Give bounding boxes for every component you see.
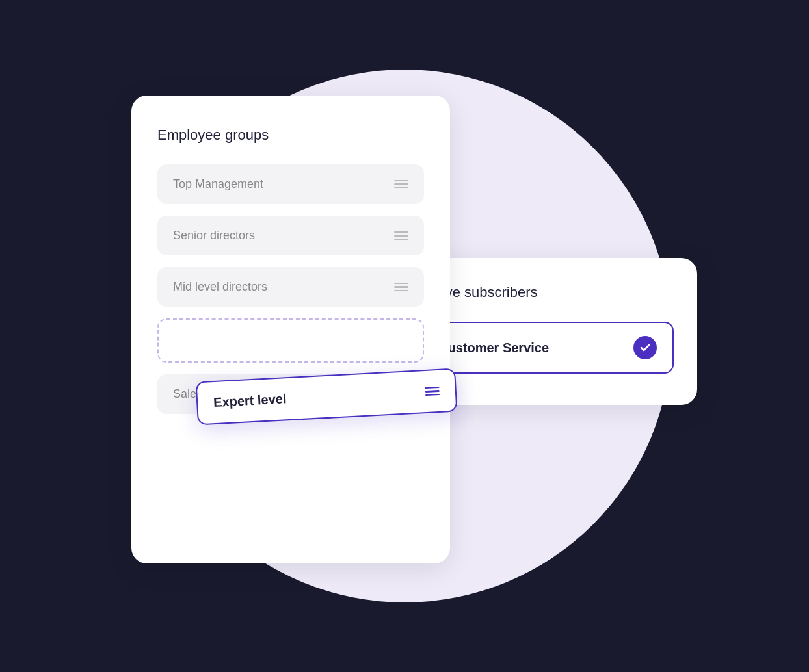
subscribers-title: Active subscribers: [421, 284, 674, 301]
group-item-label: Top Management: [173, 177, 263, 191]
subscriber-label: Customer Service: [438, 341, 549, 355]
list-item[interactable]: Mid level directors: [157, 267, 424, 307]
list-item[interactable]: Top Management: [157, 164, 424, 204]
group-item-label: Mid level directors: [173, 280, 267, 294]
list-item[interactable]: Senior directors: [157, 216, 424, 255]
subscriber-item[interactable]: Customer Service: [421, 322, 674, 374]
check-icon: [633, 336, 657, 359]
group-item-label: Senior directors: [173, 229, 255, 242]
drop-placeholder: [157, 318, 424, 363]
scene: Employee groups Top Management Senior di…: [112, 44, 697, 628]
drag-icon: [425, 387, 440, 396]
drag-icon: [394, 180, 408, 189]
drag-icon: [394, 231, 408, 240]
drag-icon: [394, 283, 408, 292]
employee-groups-card: Employee groups Top Management Senior di…: [131, 96, 450, 563]
dragging-item-label: Expert level: [213, 391, 287, 410]
employee-groups-title: Employee groups: [157, 127, 424, 144]
